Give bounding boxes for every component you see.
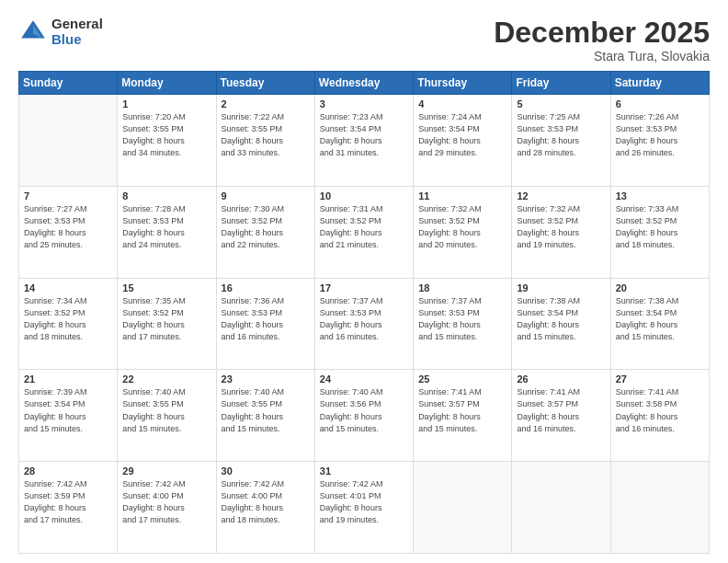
day-info: Sunrise: 7:37 AMSunset: 3:53 PMDaylight:… bbox=[320, 295, 408, 343]
day-number: 13 bbox=[616, 190, 704, 201]
day-info: Sunrise: 7:26 AMSunset: 3:53 PMDaylight:… bbox=[616, 111, 704, 159]
calendar-cell: 18Sunrise: 7:37 AMSunset: 3:53 PMDayligh… bbox=[414, 278, 512, 370]
day-info: Sunrise: 7:22 AMSunset: 3:55 PMDaylight:… bbox=[222, 111, 310, 159]
day-number: 10 bbox=[320, 190, 408, 201]
subtitle: Stara Tura, Slovakia bbox=[494, 49, 710, 63]
calendar-cell: 4Sunrise: 7:24 AMSunset: 3:54 PMDaylight… bbox=[414, 95, 512, 187]
day-number: 7 bbox=[24, 190, 112, 201]
day-info: Sunrise: 7:32 AMSunset: 3:52 PMDaylight:… bbox=[418, 203, 506, 251]
day-number: 14 bbox=[24, 282, 112, 293]
calendar-cell: 21Sunrise: 7:39 AMSunset: 3:54 PMDayligh… bbox=[19, 370, 118, 462]
calendar-week-row: 28Sunrise: 7:42 AMSunset: 3:59 PMDayligh… bbox=[19, 462, 710, 554]
calendar-cell: 22Sunrise: 7:40 AMSunset: 3:55 PMDayligh… bbox=[118, 370, 216, 462]
day-info: Sunrise: 7:38 AMSunset: 3:54 PMDaylight:… bbox=[616, 295, 704, 343]
logo-blue: Blue bbox=[51, 32, 103, 48]
day-number: 11 bbox=[418, 190, 506, 201]
calendar-cell: 24Sunrise: 7:40 AMSunset: 3:56 PMDayligh… bbox=[314, 370, 413, 462]
calendar-cell: 20Sunrise: 7:38 AMSunset: 3:54 PMDayligh… bbox=[610, 278, 709, 370]
day-number: 24 bbox=[320, 373, 408, 385]
day-info: Sunrise: 7:41 AMSunset: 3:58 PMDaylight:… bbox=[616, 386, 704, 434]
calendar-cell: 13Sunrise: 7:33 AMSunset: 3:52 PMDayligh… bbox=[610, 186, 709, 278]
calendar-cell: 19Sunrise: 7:38 AMSunset: 3:54 PMDayligh… bbox=[512, 278, 610, 370]
day-number: 23 bbox=[222, 373, 310, 385]
title-block: December 2025 Stara Tura, Slovakia bbox=[494, 17, 710, 63]
day-info: Sunrise: 7:42 AMSunset: 4:00 PMDaylight:… bbox=[122, 478, 210, 526]
day-number: 31 bbox=[320, 465, 408, 477]
day-info: Sunrise: 7:38 AMSunset: 3:54 PMDaylight:… bbox=[517, 295, 605, 343]
calendar-cell: 7Sunrise: 7:27 AMSunset: 3:53 PMDaylight… bbox=[19, 186, 118, 278]
day-number: 16 bbox=[222, 282, 310, 293]
calendar-cell bbox=[512, 462, 610, 554]
page: General Blue December 2025 Stara Tura, S… bbox=[0, 0, 728, 563]
day-info: Sunrise: 7:40 AMSunset: 3:56 PMDaylight:… bbox=[320, 386, 408, 434]
day-number: 1 bbox=[122, 98, 210, 109]
day-number: 21 bbox=[24, 373, 112, 385]
day-info: Sunrise: 7:28 AMSunset: 3:53 PMDaylight:… bbox=[122, 203, 210, 251]
day-info: Sunrise: 7:33 AMSunset: 3:52 PMDaylight:… bbox=[616, 203, 704, 251]
calendar-header-row: SundayMondayTuesdayWednesdayThursdayFrid… bbox=[19, 72, 710, 95]
calendar-week-row: 21Sunrise: 7:39 AMSunset: 3:54 PMDayligh… bbox=[19, 370, 710, 462]
calendar-day-header: Monday bbox=[118, 72, 216, 95]
calendar-cell: 17Sunrise: 7:37 AMSunset: 3:53 PMDayligh… bbox=[314, 278, 413, 370]
calendar-cell: 10Sunrise: 7:31 AMSunset: 3:52 PMDayligh… bbox=[314, 186, 413, 278]
calendar-cell: 26Sunrise: 7:41 AMSunset: 3:57 PMDayligh… bbox=[512, 370, 610, 462]
calendar-cell: 5Sunrise: 7:25 AMSunset: 3:53 PMDaylight… bbox=[512, 95, 610, 187]
main-title: December 2025 bbox=[494, 17, 710, 49]
day-number: 15 bbox=[122, 282, 210, 293]
day-info: Sunrise: 7:42 AMSunset: 3:59 PMDaylight:… bbox=[24, 478, 112, 526]
calendar-table: SundayMondayTuesdayWednesdayThursdayFrid… bbox=[18, 71, 710, 554]
calendar-cell: 30Sunrise: 7:42 AMSunset: 4:00 PMDayligh… bbox=[216, 462, 314, 554]
calendar-day-header: Saturday bbox=[610, 72, 709, 95]
day-info: Sunrise: 7:41 AMSunset: 3:57 PMDaylight:… bbox=[517, 386, 605, 434]
day-number: 12 bbox=[517, 190, 605, 201]
day-number: 26 bbox=[517, 373, 605, 385]
day-number: 20 bbox=[616, 282, 704, 293]
calendar-day-header: Friday bbox=[512, 72, 610, 95]
calendar-cell: 12Sunrise: 7:32 AMSunset: 3:52 PMDayligh… bbox=[512, 186, 610, 278]
day-number: 19 bbox=[517, 282, 605, 293]
day-number: 6 bbox=[616, 98, 704, 109]
calendar-cell: 29Sunrise: 7:42 AMSunset: 4:00 PMDayligh… bbox=[118, 462, 216, 554]
day-number: 3 bbox=[320, 98, 408, 109]
day-number: 9 bbox=[222, 190, 310, 201]
calendar-week-row: 14Sunrise: 7:34 AMSunset: 3:52 PMDayligh… bbox=[19, 278, 710, 370]
day-number: 17 bbox=[320, 282, 408, 293]
day-info: Sunrise: 7:35 AMSunset: 3:52 PMDaylight:… bbox=[122, 295, 210, 343]
day-number: 18 bbox=[418, 282, 506, 293]
calendar-cell: 2Sunrise: 7:22 AMSunset: 3:55 PMDaylight… bbox=[216, 95, 314, 187]
calendar-day-header: Wednesday bbox=[314, 72, 413, 95]
calendar-cell: 31Sunrise: 7:42 AMSunset: 4:01 PMDayligh… bbox=[314, 462, 413, 554]
calendar-day-header: Sunday bbox=[19, 72, 118, 95]
logo-icon bbox=[18, 17, 48, 47]
calendar-cell: 6Sunrise: 7:26 AMSunset: 3:53 PMDaylight… bbox=[610, 95, 709, 187]
calendar-cell: 3Sunrise: 7:23 AMSunset: 3:54 PMDaylight… bbox=[314, 95, 413, 187]
calendar-cell: 1Sunrise: 7:20 AMSunset: 3:55 PMDaylight… bbox=[118, 95, 216, 187]
day-info: Sunrise: 7:41 AMSunset: 3:57 PMDaylight:… bbox=[418, 386, 506, 434]
day-number: 5 bbox=[517, 98, 605, 109]
calendar-cell: 28Sunrise: 7:42 AMSunset: 3:59 PMDayligh… bbox=[19, 462, 118, 554]
day-info: Sunrise: 7:42 AMSunset: 4:00 PMDaylight:… bbox=[222, 478, 310, 526]
day-number: 25 bbox=[418, 373, 506, 385]
day-info: Sunrise: 7:30 AMSunset: 3:52 PMDaylight:… bbox=[222, 203, 310, 251]
calendar-cell: 27Sunrise: 7:41 AMSunset: 3:58 PMDayligh… bbox=[610, 370, 709, 462]
logo: General Blue bbox=[18, 17, 103, 47]
calendar-cell: 11Sunrise: 7:32 AMSunset: 3:52 PMDayligh… bbox=[414, 186, 512, 278]
logo-general: General bbox=[51, 17, 103, 32]
calendar-cell bbox=[414, 462, 512, 554]
calendar-cell: 8Sunrise: 7:28 AMSunset: 3:53 PMDaylight… bbox=[118, 186, 216, 278]
day-info: Sunrise: 7:42 AMSunset: 4:01 PMDaylight:… bbox=[320, 478, 408, 526]
day-info: Sunrise: 7:23 AMSunset: 3:54 PMDaylight:… bbox=[320, 111, 408, 159]
day-number: 30 bbox=[222, 465, 310, 477]
calendar-week-row: 7Sunrise: 7:27 AMSunset: 3:53 PMDaylight… bbox=[19, 186, 710, 278]
day-info: Sunrise: 7:36 AMSunset: 3:53 PMDaylight:… bbox=[222, 295, 310, 343]
day-info: Sunrise: 7:39 AMSunset: 3:54 PMDaylight:… bbox=[24, 386, 112, 434]
day-number: 2 bbox=[222, 98, 310, 109]
logo-text: General Blue bbox=[51, 17, 103, 47]
day-info: Sunrise: 7:24 AMSunset: 3:54 PMDaylight:… bbox=[418, 111, 506, 159]
calendar-cell: 15Sunrise: 7:35 AMSunset: 3:52 PMDayligh… bbox=[118, 278, 216, 370]
day-info: Sunrise: 7:20 AMSunset: 3:55 PMDaylight:… bbox=[122, 111, 210, 159]
calendar-day-header: Tuesday bbox=[216, 72, 314, 95]
calendar-cell bbox=[19, 95, 118, 187]
day-number: 8 bbox=[122, 190, 210, 201]
day-number: 29 bbox=[122, 465, 210, 477]
